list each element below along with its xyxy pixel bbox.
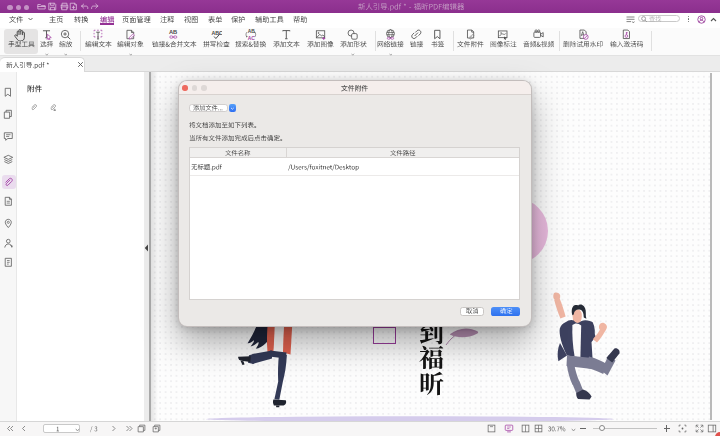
svg-text:AB: AB: [169, 29, 177, 35]
svg-text:ABC: ABC: [211, 30, 222, 36]
